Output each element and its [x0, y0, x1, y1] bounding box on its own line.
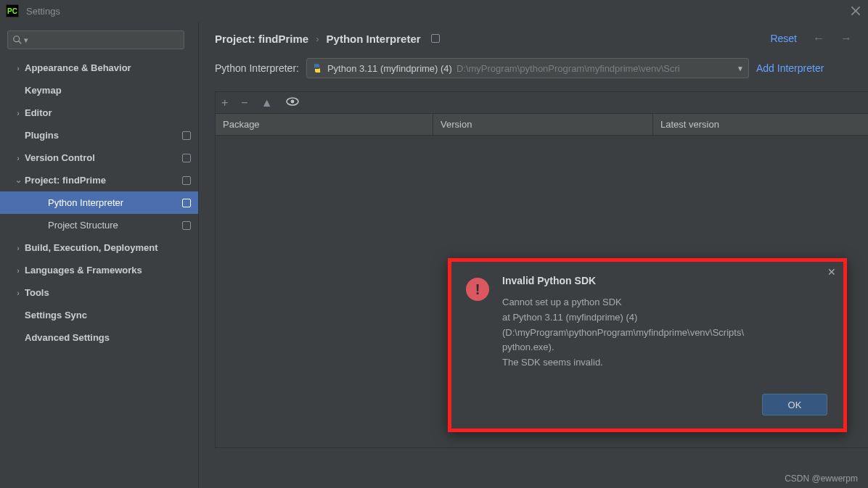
chevron-right-icon: › — [13, 289, 23, 297]
sidebar-item-label: Keymap — [25, 85, 191, 96]
settings-tree: ›Appearance & BehaviorKeymap›EditorPlugi… — [0, 57, 198, 349]
sidebar-item-label: Build, Execution, Deployment — [25, 242, 191, 253]
svg-point-0 — [14, 36, 20, 42]
chevron-down-icon: ▼ — [737, 65, 744, 73]
back-icon[interactable]: ← — [813, 32, 824, 45]
chevron-down-icon: ⌄ — [13, 175, 23, 185]
close-icon[interactable] — [849, 4, 862, 17]
interpreter-path: D:\myProgram\pythonProgram\myfindprime\v… — [456, 63, 732, 74]
project-scope-icon — [182, 221, 191, 230]
svg-line-1 — [19, 41, 22, 44]
sidebar-item[interactable]: ›Build, Execution, Deployment — [0, 236, 198, 259]
project-scope-icon — [431, 34, 440, 43]
sidebar-item[interactable]: Keymap — [0, 79, 198, 102]
dialog-message: Cannot set up a python SDK at Python 3.1… — [502, 295, 829, 371]
chevron-right-icon: › — [13, 64, 23, 73]
sidebar-item[interactable]: ›Appearance & Behavior — [0, 57, 198, 79]
sidebar-item[interactable]: ›Languages & Frameworks — [0, 259, 198, 281]
sidebar-item[interactable]: Project Structure — [0, 214, 198, 236]
breadcrumb-segment: Python Interpreter — [327, 33, 421, 45]
window-title: Settings — [26, 6, 60, 17]
sidebar-item-label: Languages & Frameworks — [25, 265, 191, 276]
sidebar-item[interactable]: ›Editor — [0, 102, 198, 124]
sidebar-item-label: Project Structure — [48, 220, 182, 231]
breadcrumb-segment: Project: findPrime — [215, 33, 308, 45]
ok-button[interactable]: OK — [762, 394, 827, 415]
chevron-right-icon: › — [316, 33, 319, 44]
project-scope-icon — [182, 154, 191, 162]
watermark: CSDN @ewwerpm — [785, 473, 858, 484]
python-icon — [311, 62, 323, 74]
sidebar-item[interactable]: Plugins — [0, 124, 198, 146]
sidebar-item[interactable]: Settings Sync — [0, 304, 198, 326]
svg-point-3 — [290, 99, 294, 103]
sidebar-item-label: Version Control — [25, 152, 182, 163]
sidebar-item-label: Editor — [25, 107, 191, 118]
sidebar-item-label: Project: findPrime — [25, 175, 182, 186]
settings-content: Project: findPrime › Python Interpreter … — [199, 22, 868, 488]
sidebar-item-label: Settings Sync — [25, 310, 191, 320]
project-scope-icon — [182, 176, 191, 185]
breadcrumb: Project: findPrime › Python Interpreter … — [199, 32, 868, 58]
settings-sidebar: ▾ ›Appearance & BehaviorKeymap›EditorPlu… — [0, 22, 199, 488]
column-version[interactable]: Version — [433, 114, 653, 135]
sidebar-item[interactable]: ⌄Project: findPrime — [0, 169, 198, 191]
app-icon: PC — [6, 4, 19, 17]
close-icon[interactable]: ✕ — [827, 266, 836, 278]
chevron-right-icon: › — [13, 109, 23, 117]
interpreter-name: Python 3.11 (myfindprime) (4) — [327, 63, 452, 74]
dialog-title: Invalid Python SDK — [502, 275, 829, 286]
chevron-right-icon: › — [13, 154, 23, 162]
interpreter-dropdown[interactable]: Python 3.11 (myfindprime) (4) D:\myProgr… — [306, 58, 749, 78]
packages-header: Package Version Latest version — [216, 114, 868, 136]
sidebar-item-label: Python Interpreter — [48, 197, 182, 208]
error-icon: ! — [466, 278, 489, 301]
sidebar-item-label: Tools — [25, 287, 191, 298]
eye-icon[interactable] — [286, 96, 299, 109]
sidebar-item[interactable]: ›Version Control — [0, 146, 198, 169]
sidebar-item-label: Appearance & Behavior — [25, 62, 191, 73]
sidebar-item-label: Plugins — [25, 130, 182, 141]
error-dialog: ✕ ! Invalid Python SDK Cannot set up a p… — [448, 258, 847, 432]
interpreter-label: Python Interpreter: — [215, 62, 299, 74]
title-bar: PC Settings — [0, 0, 868, 22]
reset-link[interactable]: Reset — [770, 33, 797, 44]
search-icon — [12, 35, 22, 45]
sidebar-item-label: Advanced Settings — [25, 332, 191, 343]
add-interpreter-link[interactable]: Add Interpreter — [756, 62, 824, 74]
project-scope-icon — [182, 131, 191, 140]
chevron-right-icon: › — [13, 266, 23, 275]
forward-icon[interactable]: → — [840, 32, 852, 45]
chevron-right-icon: › — [13, 244, 23, 252]
sidebar-item[interactable]: Python Interpreter — [0, 191, 198, 214]
packages-toolbar: + − ▲ — [216, 92, 868, 114]
project-scope-icon — [182, 199, 191, 207]
column-latest[interactable]: Latest version — [653, 114, 868, 135]
add-icon[interactable]: + — [221, 96, 228, 109]
remove-icon[interactable]: − — [241, 96, 247, 109]
sidebar-item[interactable]: Advanced Settings — [0, 326, 198, 349]
column-package[interactable]: Package — [216, 114, 433, 135]
search-input[interactable]: ▾ — [7, 30, 184, 49]
sidebar-item[interactable]: ›Tools — [0, 281, 198, 304]
upgrade-icon[interactable]: ▲ — [261, 96, 273, 109]
